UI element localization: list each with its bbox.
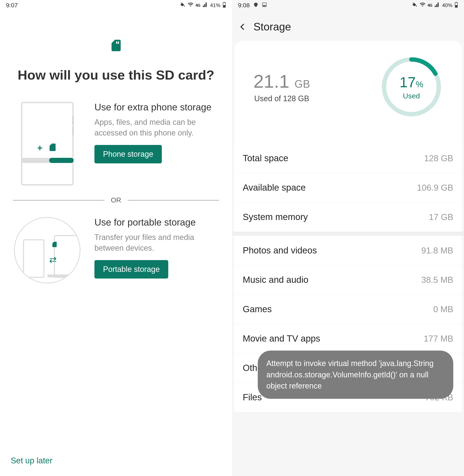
row-value: 128 GB [424,154,453,163]
row-system-memory[interactable]: System memory 17 GB [234,202,462,232]
battery-percent: 41% [210,2,220,8]
portable-storage-illustration: ⇄ [13,217,82,283]
svg-rect-5 [456,2,457,2]
storage-list: Total space 128 GB Available space 106.9… [234,144,462,232]
signal-icon [202,2,208,9]
screen-title: Storage [253,21,291,33]
svg-rect-6 [455,5,457,7]
portable-storage-button[interactable]: Portable storage [94,260,168,279]
status-bar: 9:08 4G 40% [232,0,464,11]
mute-icon [412,2,418,9]
row-label: System memory [243,212,308,222]
setup-later-link[interactable]: Set up later [11,456,52,465]
used-amount: 21.1 GB [253,71,310,92]
used-value: 21.1 [253,71,289,92]
row-label: Movie and TV apps [243,333,320,344]
row-total-space[interactable]: Total space 128 GB [234,144,462,173]
phone-storage-illustration: + [13,102,82,186]
plus-icon: + [37,143,43,153]
sd-card-setup-screen: 9:07 4G 41% Ho [0,0,232,476]
status-time: 9:08 [238,2,250,9]
battery-icon [454,2,458,9]
usage-ring-chart: 17% Used [380,56,443,118]
row-label: Files [243,392,262,402]
option2-title: Use for portable storage [94,217,219,228]
row-label: Available space [243,182,306,193]
back-button[interactable] [238,22,247,31]
shield-icon [253,2,258,9]
row-value: 0 MB [433,304,453,314]
option-phone-storage: + Use for extra phone storage Apps, file… [0,93,232,194]
storage-summary-card: 21.1 GB Used of 128 GB 17% Used [234,41,462,144]
svg-rect-2 [223,5,225,7]
row-value: 38.5 MB [421,275,453,285]
battery-icon [222,2,226,9]
row-music-audio[interactable]: Music and audio 38.5 MB [234,265,462,295]
row-games[interactable]: Games 0 MB [234,295,462,324]
row-movie-tv-apps[interactable]: Movie and TV apps 177 MB [234,324,462,353]
sd-card-mini-icon [51,240,58,249]
used-unit: GB [294,78,310,90]
status-bar: 9:07 4G 41% [0,0,232,11]
app-bar: Storage [232,17,464,37]
image-icon [262,2,267,9]
transfer-arrows-icon: ⇄ [49,254,57,265]
wifi-icon [420,2,425,9]
wifi-icon [188,2,193,9]
phone-storage-button[interactable]: Phone storage [94,145,162,163]
row-available-space[interactable]: Available space 106.9 GB [234,173,462,202]
battery-percent: 40% [442,2,452,8]
page-title: How will you use this SD card? [0,67,232,83]
mute-icon [180,2,186,9]
signal-icon [434,2,440,9]
or-label: OR [111,196,121,204]
option1-title: Use for extra phone storage [94,102,219,112]
network-type-label: 4G [195,3,200,8]
divider-or: OR [0,196,232,204]
option1-desc: Apps, files, and media can be accessed o… [94,117,219,139]
row-photos-videos[interactable]: Photos and videos 91.8 MB [234,236,462,265]
row-value: 177 MB [424,334,453,344]
row-value: 17 GB [429,212,453,222]
svg-rect-1 [224,2,225,2]
option2-desc: Transfer your files and media between de… [94,232,219,254]
sd-card-icon [109,39,123,52]
sd-card-mini-icon [48,142,57,153]
option-portable-storage: ⇄ Use for portable storage Transfer your… [0,208,232,292]
network-type-label: 4G [427,3,432,8]
row-label: Total space [243,153,288,163]
row-label: Music and audio [243,275,309,285]
row-label: Photos and videos [243,245,317,256]
ring-label: Used [403,92,420,100]
ring-percent-value: 17 [399,74,416,90]
ring-percent-symbol: % [416,80,424,89]
status-time: 9:07 [6,2,18,9]
row-value: 91.8 MB [421,246,453,255]
storage-screen: 9:08 4G 40% [232,0,464,476]
error-toast: Attempt to invoke virtual method 'java.l… [258,351,453,399]
row-value: 106.9 GB [417,183,453,193]
row-label: Games [243,304,272,314]
used-subtitle: Used of 128 GB [253,94,310,103]
